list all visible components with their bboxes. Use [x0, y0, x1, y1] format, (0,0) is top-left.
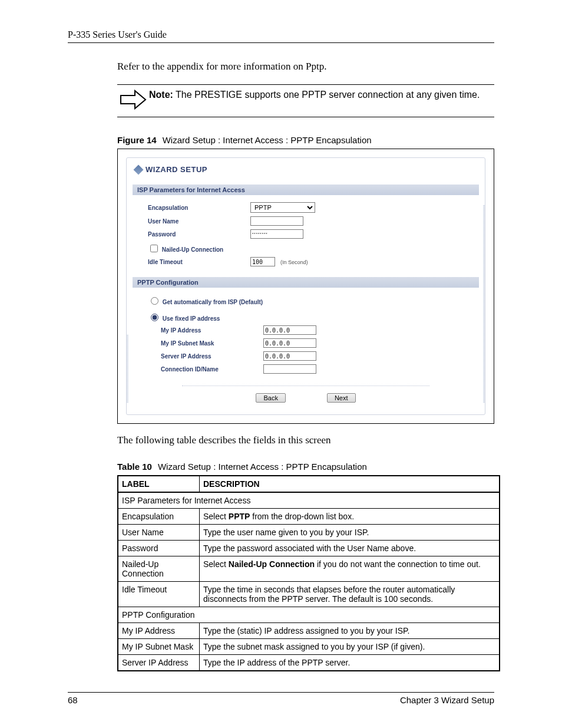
- mysubnet-label: My IP Subnet Mask: [161, 340, 261, 347]
- description-cell: Type the user name given to you by your …: [200, 525, 500, 541]
- idle-timeout-unit: (In Second): [277, 259, 308, 265]
- section-isp-heading: ISP Parameters for Internet Access: [133, 185, 479, 195]
- serverip-label: Server IP Address: [161, 353, 261, 360]
- encapsulation-select[interactable]: PPTP: [250, 202, 315, 213]
- figure-title: Wizard Setup : Internet Access : PPTP En…: [163, 135, 372, 145]
- description-cell: Type the (static) IP address assigned to…: [200, 623, 500, 639]
- table-row: Server IP AddressType the IP address of …: [118, 655, 500, 671]
- connection-id-field[interactable]: [263, 364, 316, 374]
- rule-top: [68, 42, 494, 43]
- description-cell: Type the subnet mask assigned to you by …: [200, 639, 500, 655]
- label-cell: Idle Timeout: [118, 582, 200, 607]
- wizard-title-text: WIZARD SETUP: [146, 165, 207, 174]
- figure-caption: Figure 14Wizard Setup : Internet Access …: [117, 135, 494, 145]
- section-cell: PPTP Configuration: [118, 607, 500, 623]
- diamond-icon: [134, 164, 144, 174]
- description-cell: Type the IP address of the PPTP server.: [200, 655, 500, 671]
- table-row: User NameType the user name given to you…: [118, 525, 500, 541]
- th-label: LABEL: [118, 476, 200, 492]
- table-row: PPTP Configuration: [118, 607, 500, 623]
- username-label: User Name: [148, 218, 248, 225]
- radio-fixed-ip[interactable]: [151, 314, 158, 321]
- rule-bottom: [68, 692, 494, 693]
- table-row: ISP Parameters for Internet Access: [118, 492, 500, 509]
- table-row: Idle TimeoutType the time in seconds tha…: [118, 582, 500, 607]
- radio-fixed-ip-label: Use fixed IP address: [163, 315, 220, 322]
- intro-text: Refer to the appendix for more informati…: [117, 61, 494, 73]
- table-title: Wizard Setup : Internet Access : PPTP En…: [158, 462, 367, 472]
- encapsulation-label: Encapsulation: [148, 205, 248, 211]
- th-description: DESCRIPTION: [200, 476, 500, 492]
- label-cell: Server IP Address: [118, 655, 200, 671]
- idle-timeout-field[interactable]: [250, 257, 275, 266]
- radio-auto-isp[interactable]: [151, 297, 158, 305]
- table-row: EncapsulationSelect PPTP from the drop-d…: [118, 509, 500, 525]
- connection-id-label: Connection ID/Name: [161, 366, 261, 373]
- idle-timeout-label: Idle Timeout: [148, 259, 248, 265]
- nailed-up-label: Nailed-Up Connection: [162, 246, 223, 253]
- label-cell: My IP Address: [118, 623, 200, 639]
- description-cell: Type the time in seconds that elapses be…: [200, 582, 500, 607]
- table-row: My IP Subnet MaskType the subnet mask as…: [118, 639, 500, 655]
- page-number: 68: [68, 695, 78, 705]
- chapter-title: Chapter 3 Wizard Setup: [400, 695, 494, 705]
- table-row: My IP AddressType the (static) IP addres…: [118, 623, 500, 639]
- password-label: Password: [148, 231, 248, 238]
- note-body: The PRESTIGE supports one PPTP server co…: [173, 90, 480, 100]
- note-block: Note: The PRESTIGE supports one PPTP ser…: [117, 84, 494, 117]
- section-pptp-heading: PPTP Configuration: [133, 277, 479, 288]
- table-row: PasswordType the password associated wit…: [118, 541, 500, 556]
- myip-field[interactable]: [263, 325, 316, 335]
- nailed-up-checkbox[interactable]: [150, 245, 158, 252]
- wizard-title: WIZARD SETUP: [135, 165, 477, 174]
- description-cell: Select Nailed-Up Connection if you do no…: [200, 556, 500, 582]
- myip-label: My IP Address: [161, 327, 261, 334]
- table-number: Table 10: [117, 462, 152, 472]
- table-caption: Table 10Wizard Setup : Internet Access :…: [117, 462, 494, 472]
- label-cell: User Name: [118, 525, 200, 541]
- note-text: Note: The PRESTIGE supports one PPTP ser…: [149, 88, 480, 101]
- back-button[interactable]: Back: [256, 393, 285, 403]
- wizard-screenshot: WIZARD SETUP ISP Parameters for Internet…: [126, 157, 485, 415]
- description-cell: Select PPTP from the drop-down list box.: [200, 509, 500, 525]
- table-row: Nailed-Up ConnectionSelect Nailed-Up Con…: [118, 556, 500, 582]
- label-cell: Password: [118, 541, 200, 556]
- nailed-up-row: Nailed-Up Connection: [148, 242, 248, 253]
- running-head: P-335 Series User's Guide: [68, 29, 494, 40]
- figure-number: Figure 14: [117, 135, 157, 145]
- mysubnet-field[interactable]: [263, 338, 316, 348]
- after-figure-text: The following table describes the fields…: [117, 434, 494, 446]
- figure-box: WIZARD SETUP ISP Parameters for Internet…: [117, 149, 494, 424]
- password-field[interactable]: [250, 229, 303, 239]
- description-cell: Type the password associated with the Us…: [200, 541, 500, 556]
- serverip-field[interactable]: [263, 351, 316, 361]
- next-button[interactable]: Next: [327, 393, 356, 403]
- radio-auto-isp-label: Get automatically from ISP (Default): [163, 299, 263, 305]
- field-description-table: LABEL DESCRIPTION ISP Parameters for Int…: [117, 475, 500, 671]
- arrow-icon: [117, 88, 149, 111]
- username-field[interactable]: [250, 216, 303, 226]
- note-label: Note:: [149, 90, 173, 100]
- label-cell: Nailed-Up Connection: [118, 556, 200, 582]
- label-cell: Encapsulation: [118, 509, 200, 525]
- section-cell: ISP Parameters for Internet Access: [118, 492, 500, 509]
- label-cell: My IP Subnet Mask: [118, 639, 200, 655]
